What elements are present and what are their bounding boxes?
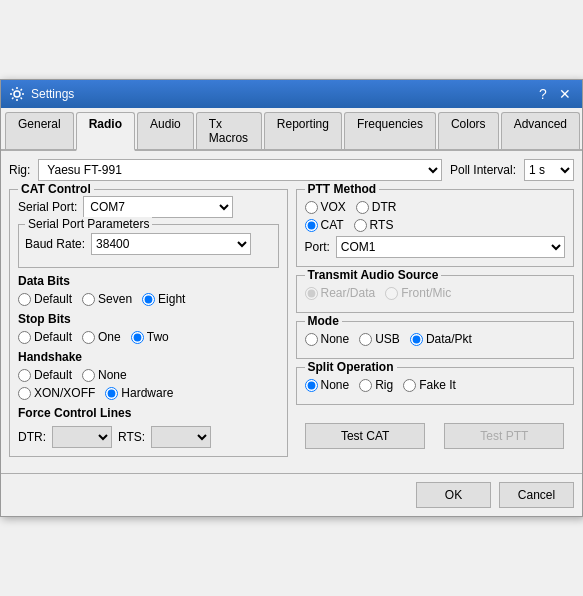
test-ptt-button[interactable]: Test PTT <box>444 423 564 449</box>
mode-data-pkt[interactable]: Data/Pkt <box>410 332 472 346</box>
tab-bar: General Radio Audio Tx Macros Reporting … <box>1 108 582 151</box>
handshake-xon[interactable]: XON/XOFF <box>18 386 95 400</box>
bottom-bar: OK Cancel <box>1 473 582 516</box>
force-control-label: Force Control Lines <box>18 406 279 420</box>
serial-port-row: Serial Port: COM7 <box>18 196 279 218</box>
poll-interval-select[interactable]: 1 s <box>524 159 574 181</box>
transmit-audio-group: Transmit Audio Source Rear/Data Front/Mi… <box>296 275 575 313</box>
cat-control-label: CAT Control <box>18 182 94 196</box>
right-panel: PTT Method VOX DTR CAT <box>296 189 575 457</box>
split-fake-it[interactable]: Fake It <box>403 378 456 392</box>
window-title: Settings <box>31 87 74 101</box>
tab-advanced[interactable]: Advanced <box>501 112 580 149</box>
serial-port-select[interactable]: COM7 <box>83 196 233 218</box>
audio-rear[interactable]: Rear/Data <box>305 286 376 300</box>
stop-bits-row: Default One Two <box>18 330 279 344</box>
handshake-none[interactable]: None <box>82 368 127 382</box>
handshake-label: Handshake <box>18 350 279 364</box>
tab-tx-macros[interactable]: Tx Macros <box>196 112 262 149</box>
baud-rate-select[interactable]: 38400 <box>91 233 251 255</box>
data-bits-seven[interactable]: Seven <box>82 292 132 306</box>
tab-general[interactable]: General <box>5 112 74 149</box>
audio-front[interactable]: Front/Mic <box>385 286 451 300</box>
rig-label: Rig: <box>9 163 30 177</box>
ptt-rts[interactable]: RTS <box>354 218 394 232</box>
split-row: None Rig Fake It <box>305 378 566 392</box>
cat-control-group: CAT Control Serial Port: COM7 Serial Por… <box>9 189 288 457</box>
mode-usb[interactable]: USB <box>359 332 400 346</box>
handshake-row-2: XON/XOFF Hardware <box>18 386 279 400</box>
handshake-row-1: Default None <box>18 368 279 382</box>
tab-reporting[interactable]: Reporting <box>264 112 342 149</box>
mode-label: Mode <box>305 314 342 328</box>
stop-bits-label: Stop Bits <box>18 312 279 326</box>
mode-none[interactable]: None <box>305 332 350 346</box>
rig-select[interactable]: Yaesu FT-991 <box>38 159 442 181</box>
dtr-rts-row: DTR: RTS: <box>18 426 279 448</box>
svg-point-0 <box>14 91 20 97</box>
tab-frequencies[interactable]: Frequencies <box>344 112 436 149</box>
stop-bits-two[interactable]: Two <box>131 330 169 344</box>
data-bits-default[interactable]: Default <box>18 292 72 306</box>
handshake-default[interactable]: Default <box>18 368 72 382</box>
ptt-vox[interactable]: VOX <box>305 200 346 214</box>
ok-button[interactable]: OK <box>416 482 491 508</box>
main-grid: CAT Control Serial Port: COM7 Serial Por… <box>9 189 574 457</box>
data-bits-section: Data Bits Default Seven Eight <box>18 274 279 306</box>
tab-audio[interactable]: Audio <box>137 112 194 149</box>
ptt-row-2: CAT RTS <box>305 218 566 232</box>
data-bits-label: Data Bits <box>18 274 279 288</box>
ptt-row-1: VOX DTR <box>305 200 566 214</box>
serial-port-label: Serial Port: <box>18 200 77 214</box>
data-bits-eight[interactable]: Eight <box>142 292 185 306</box>
baud-rate-label: Baud Rate: <box>25 237 85 251</box>
ptt-method-label: PTT Method <box>305 182 380 196</box>
serial-params-group: Serial Port Parameters Baud Rate: 38400 <box>18 224 279 268</box>
dtr-label: DTR: <box>18 430 46 444</box>
ptt-port-row: Port: COM1 <box>305 236 566 258</box>
test-buttons-row: Test CAT Test PTT <box>296 423 575 449</box>
tab-radio[interactable]: Radio <box>76 112 135 151</box>
close-button[interactable]: ✕ <box>556 85 574 103</box>
serial-params-label: Serial Port Parameters <box>25 217 152 231</box>
tab-content: Rig: Yaesu FT-991 Poll Interval: 1 s CAT… <box>1 151 582 465</box>
split-rig[interactable]: Rig <box>359 378 393 392</box>
force-control-section: Force Control Lines DTR: RTS: <box>18 406 279 448</box>
split-none[interactable]: None <box>305 378 350 392</box>
title-buttons: ? ✕ <box>534 85 574 103</box>
handshake-section: Handshake Default None XON/XOFF <box>18 350 279 400</box>
stop-bits-default[interactable]: Default <box>18 330 72 344</box>
data-bits-row: Default Seven Eight <box>18 292 279 306</box>
ptt-port-select[interactable]: COM1 <box>336 236 565 258</box>
ptt-dtr[interactable]: DTR <box>356 200 397 214</box>
rts-label: RTS: <box>118 430 145 444</box>
transmit-audio-row: Rear/Data Front/Mic <box>305 286 566 300</box>
rts-select[interactable] <box>151 426 211 448</box>
rig-row: Rig: Yaesu FT-991 Poll Interval: 1 s <box>9 159 574 181</box>
title-bar-left: Settings <box>9 86 74 102</box>
cancel-button[interactable]: Cancel <box>499 482 574 508</box>
split-operation-label: Split Operation <box>305 360 397 374</box>
split-operation-group: Split Operation None Rig Fake It <box>296 367 575 405</box>
dtr-select[interactable] <box>52 426 112 448</box>
baud-rate-row: Baud Rate: 38400 <box>25 233 272 255</box>
test-cat-button[interactable]: Test CAT <box>305 423 425 449</box>
poll-interval-label: Poll Interval: <box>450 163 516 177</box>
mode-group: Mode None USB Data/Pkt <box>296 321 575 359</box>
mode-row: None USB Data/Pkt <box>305 332 566 346</box>
ptt-method-group: PTT Method VOX DTR CAT <box>296 189 575 267</box>
handshake-hardware[interactable]: Hardware <box>105 386 173 400</box>
stop-bits-one[interactable]: One <box>82 330 121 344</box>
settings-window: Settings ? ✕ General Radio Audio Tx Macr… <box>0 79 583 517</box>
ptt-cat[interactable]: CAT <box>305 218 344 232</box>
stop-bits-section: Stop Bits Default One Two <box>18 312 279 344</box>
title-bar: Settings ? ✕ <box>1 80 582 108</box>
transmit-audio-label: Transmit Audio Source <box>305 268 442 282</box>
tab-colors[interactable]: Colors <box>438 112 499 149</box>
help-button[interactable]: ? <box>534 85 552 103</box>
settings-icon <box>9 86 25 102</box>
ptt-port-label: Port: <box>305 240 330 254</box>
